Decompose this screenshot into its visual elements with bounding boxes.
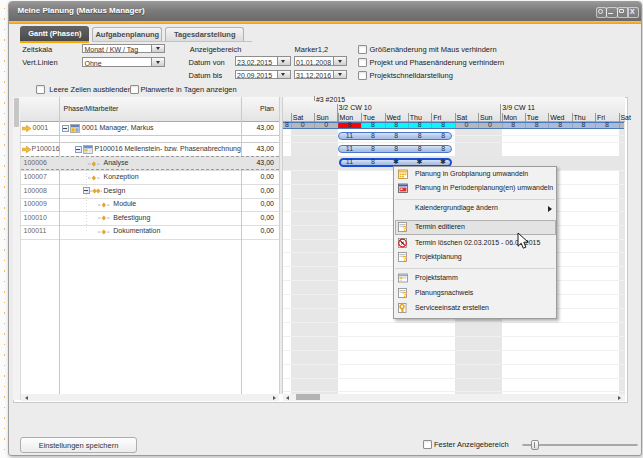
svg-text:?: ? bbox=[402, 224, 407, 232]
svg-text:?: ? bbox=[402, 290, 407, 298]
svg-text:?: ? bbox=[402, 254, 407, 262]
